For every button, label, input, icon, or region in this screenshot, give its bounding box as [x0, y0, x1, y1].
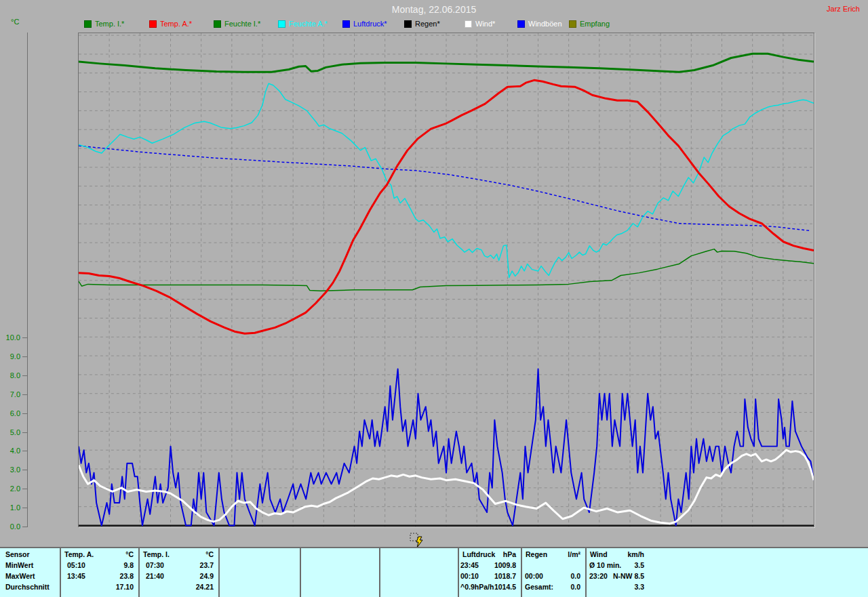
legend-item-empfang: Empfang — [569, 20, 610, 28]
legend-item-feuchte-i: Feuchte I.* — [214, 20, 260, 28]
y-axis-tick-label: 2.0 — [0, 485, 20, 493]
legend-item-temp-a: Temp. A.* — [149, 20, 192, 28]
plot-area[interactable] — [78, 33, 814, 527]
table-cell-temp-a: 9.8 — [60, 561, 134, 570]
y-axis-tick — [22, 470, 27, 470]
y-axis-tick — [22, 489, 27, 489]
y-axis-tick — [22, 527, 27, 527]
legend-item-wind: Wind* — [465, 20, 495, 28]
legend-item-feuchte-a: Feuchte A.* — [278, 20, 328, 28]
legend: Temp. I.*Temp. A.*Feuchte I.*Feuchte A.*… — [0, 20, 868, 29]
windboen-swatch-icon — [517, 20, 525, 28]
table-cell-temp-a: 23.8 — [60, 572, 134, 581]
table-row-label: MinWert — [5, 561, 33, 570]
legend-label-temp-i: Temp. I.* — [95, 20, 124, 28]
table-row-label: Durchschnitt — [5, 583, 50, 592]
table-cell-temp-a: °C — [60, 550, 134, 559]
y-axis-tick-label: 9.0 — [0, 352, 20, 361]
y-axis-tick-label: 4.0 — [0, 447, 20, 455]
legend-label-luftdruck: Luftdruck* — [353, 20, 387, 28]
y-axis-tick-label: 8.0 — [0, 371, 20, 379]
legend-item-temp-i: Temp. I.* — [84, 20, 124, 28]
legend-label-feuchte-i: Feuchte I.* — [224, 20, 260, 28]
legend-label-temp-a: Temp. A.* — [160, 20, 192, 28]
luftdruck-swatch-icon — [342, 20, 350, 28]
legend-label-regen: Regen* — [415, 20, 440, 28]
y-axis-tick-label: 5.0 — [0, 428, 20, 436]
y-axis-tick-label: 7.0 — [0, 390, 20, 398]
y-axis-tick — [22, 508, 27, 508]
table-cell-luftdruck: 1014.5 — [458, 583, 516, 592]
legend-item-regen: Regen* — [404, 20, 440, 28]
legend-item-luftdruck: Luftdruck* — [342, 20, 387, 28]
y-axis-tick — [22, 356, 27, 357]
y-axis-tick-label: 1.0 — [0, 503, 20, 512]
table-cell-temp-i: 24.21 — [138, 583, 214, 592]
regen-swatch-icon — [404, 20, 412, 28]
legend-label-wind: Wind* — [475, 20, 495, 28]
table-cell-temp-i: 24.9 — [138, 572, 214, 581]
y-axis-tick — [22, 432, 27, 433]
table-cell-regen: 0.0 — [521, 583, 580, 592]
y-axis-tick-label: 10.0 — [0, 333, 20, 342]
table-cell-luftdruck: 1009.8 — [458, 561, 516, 570]
temp-i-swatch-icon — [84, 20, 92, 28]
feuchte-a-swatch-icon — [278, 20, 285, 28]
chart-canvas — [79, 33, 814, 527]
table-column-separator — [379, 548, 380, 597]
series-luftdruck — [79, 146, 811, 230]
table-cell-wind: 3.5 — [585, 561, 644, 570]
table-cell-wind: km/h — [585, 550, 644, 559]
table-cell-temp-i: 23.7 — [138, 561, 214, 570]
y-axis-tick — [22, 375, 27, 376]
y-axis-tick — [22, 394, 27, 395]
author-label: Jarz Erich — [827, 5, 860, 13]
table-cell-regen: l/m² — [521, 550, 580, 559]
legend-label-empfang: Empfang — [580, 20, 610, 28]
feuchte-i-swatch-icon — [214, 20, 221, 28]
legend-label-windboen: Windböen — [528, 20, 562, 28]
table-cell-temp-i: °C — [138, 550, 214, 559]
y-axis-tick-label: 6.0 — [0, 409, 20, 417]
table-cell-temp-a: 17.10 — [60, 583, 134, 592]
y-axis-tick — [22, 451, 27, 451]
temp-a-swatch-icon — [149, 20, 157, 28]
y-axis-tick-label: 3.0 — [0, 466, 20, 474]
y-axis-line — [27, 33, 28, 527]
table-row-label: MaxWert — [5, 572, 35, 581]
table-cell-luftdruck: hPa — [458, 550, 516, 559]
table-cell-luftdruck: 1018.7 — [458, 572, 516, 581]
y-axis-tick — [22, 337, 27, 338]
wind-swatch-icon — [465, 20, 472, 28]
stats-table: SensorMinWertMaxWertDurchschnittTemp. A.… — [0, 548, 868, 597]
y-axis-tick-label: 0.0 — [0, 522, 20, 531]
chart-title: Montag, 22.06.2015 — [0, 4, 868, 15]
legend-item-windboen: Windböen — [517, 20, 562, 28]
legend-label-feuchte-a: Feuchte A.* — [289, 20, 328, 28]
y-axis-tick — [22, 413, 27, 414]
table-cell-wind: N-NW 8.5 — [585, 572, 644, 581]
table-row-label: Sensor — [5, 550, 30, 559]
table-column-separator — [300, 548, 301, 597]
table-column-separator — [218, 548, 220, 597]
table-cell-wind: 3.3 — [585, 583, 644, 592]
empfang-swatch-icon — [569, 20, 576, 28]
table-cell-regen: 0.0 — [521, 572, 580, 581]
